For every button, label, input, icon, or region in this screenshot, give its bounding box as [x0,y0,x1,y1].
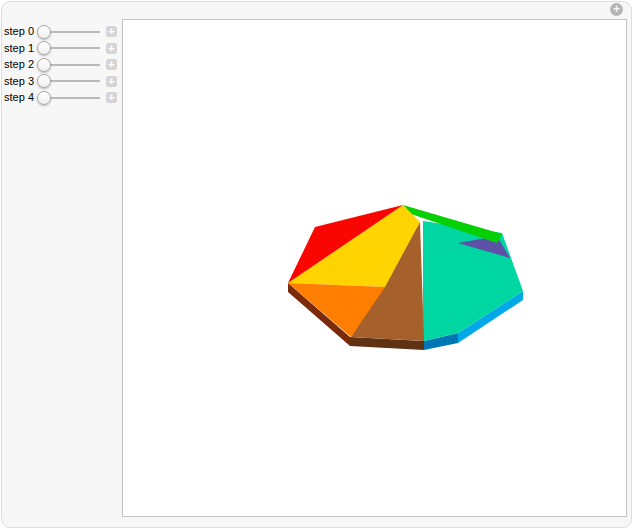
slider-thumb[interactable] [37,41,51,55]
slider-thumb[interactable] [37,25,51,39]
slider-track[interactable] [41,80,100,82]
plus-icon: + [108,75,114,87]
slider-label: step 2 [0,58,34,71]
slider-thumb[interactable] [37,91,51,105]
slider-label: step 3 [0,75,34,88]
slider-track[interactable] [41,47,100,49]
plus-icon: + [108,91,114,103]
slider-label: step 1 [0,42,34,55]
slider-row-step-3: step 3 + [0,75,121,88]
slider-row-step-1: step 1 + [0,42,121,55]
plus-icon: + [108,25,114,37]
slider-track[interactable] [41,64,100,66]
slider-expand-button[interactable]: + [106,59,117,70]
graphics-panel [122,19,627,517]
slider-track[interactable] [41,31,100,33]
piece-top-teal[interactable] [423,221,523,341]
slider-row-step-2: step 2 + [0,58,121,71]
slider-thumb[interactable] [37,58,51,72]
figure-svg[interactable] [123,20,626,516]
slider-row-step-4: step 4 + [0,91,121,104]
control-panel: step 0 + step 1 + step 2 + step 3 + step… [0,25,121,108]
slider-expand-button[interactable]: + [106,76,117,87]
plus-icon: + [108,58,114,70]
slider-expand-button[interactable]: + [106,43,117,54]
slider-label: step 4 [0,91,34,104]
slider-track[interactable] [41,97,100,99]
slider-expand-button[interactable]: + [106,26,117,37]
slider-label: step 0 [0,25,34,38]
slider-expand-button[interactable]: + [106,92,117,103]
slider-thumb[interactable] [37,74,51,88]
slider-row-step-0: step 0 + [0,25,121,38]
plus-icon: + [613,2,620,16]
plus-icon: + [108,42,114,54]
manipulate-settings-button[interactable]: + [610,3,623,16]
